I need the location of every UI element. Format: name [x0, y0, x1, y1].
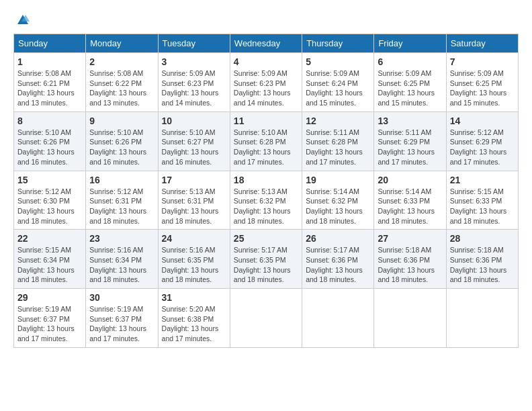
calendar-cell: 29Sunrise: 5:19 AMSunset: 6:37 PMDayligh… — [14, 289, 86, 348]
day-number: 29 — [17, 292, 82, 303]
logo — [13, 13, 30, 27]
calendar-body: 1Sunrise: 5:08 AMSunset: 6:21 PMDaylight… — [14, 53, 519, 348]
day-number: 6 — [378, 56, 442, 67]
day-number: 14 — [450, 116, 515, 126]
calendar-header-row: SundayMondayTuesdayWednesdayThursdayFrid… — [14, 34, 519, 53]
day-info: Sunrise: 5:19 AMSunset: 6:37 PMDaylight:… — [17, 304, 82, 344]
calendar-cell: 24Sunrise: 5:16 AMSunset: 6:35 PMDayligh… — [158, 230, 230, 289]
day-info: Sunrise: 5:13 AMSunset: 6:32 PMDaylight:… — [234, 187, 298, 226]
calendar-cell — [230, 289, 302, 348]
day-info: Sunrise: 5:19 AMSunset: 6:37 PMDaylight:… — [89, 304, 154, 344]
day-number: 25 — [234, 233, 298, 244]
day-number: 10 — [162, 116, 226, 126]
calendar-cell: 30Sunrise: 5:19 AMSunset: 6:37 PMDayligh… — [86, 289, 158, 348]
calendar-cell: 28Sunrise: 5:18 AMSunset: 6:36 PMDayligh… — [446, 230, 518, 289]
day-number: 27 — [378, 233, 442, 244]
day-info: Sunrise: 5:10 AMSunset: 6:26 PMDaylight:… — [89, 128, 154, 167]
calendar-week-row: 1Sunrise: 5:08 AMSunset: 6:21 PMDaylight… — [14, 53, 519, 112]
day-info: Sunrise: 5:15 AMSunset: 6:33 PMDaylight:… — [450, 187, 515, 226]
header — [13, 13, 519, 27]
day-number: 30 — [89, 292, 154, 303]
calendar-cell: 1Sunrise: 5:08 AMSunset: 6:21 PMDaylight… — [14, 53, 86, 112]
day-number: 28 — [450, 233, 515, 244]
calendar-cell — [446, 289, 518, 348]
day-number: 19 — [306, 175, 370, 185]
day-info: Sunrise: 5:18 AMSunset: 6:36 PMDaylight:… — [378, 245, 442, 285]
day-info: Sunrise: 5:11 AMSunset: 6:29 PMDaylight:… — [378, 128, 442, 167]
calendar-cell: 17Sunrise: 5:13 AMSunset: 6:31 PMDayligh… — [158, 171, 230, 230]
calendar-cell: 16Sunrise: 5:12 AMSunset: 6:31 PMDayligh… — [86, 171, 158, 230]
calendar-cell: 5Sunrise: 5:09 AMSunset: 6:24 PMDaylight… — [302, 53, 374, 112]
calendar-cell: 10Sunrise: 5:10 AMSunset: 6:27 PMDayligh… — [158, 111, 230, 171]
day-info: Sunrise: 5:16 AMSunset: 6:34 PMDaylight:… — [89, 245, 154, 285]
day-number: 12 — [306, 116, 370, 126]
calendar-header-sunday: Sunday — [14, 34, 86, 53]
day-info: Sunrise: 5:15 AMSunset: 6:34 PMDaylight:… — [17, 245, 82, 285]
calendar-cell: 19Sunrise: 5:14 AMSunset: 6:32 PMDayligh… — [302, 171, 374, 230]
calendar-cell: 3Sunrise: 5:09 AMSunset: 6:23 PMDaylight… — [158, 53, 230, 112]
day-number: 8 — [17, 116, 82, 126]
calendar-cell: 4Sunrise: 5:09 AMSunset: 6:23 PMDaylight… — [230, 53, 302, 112]
calendar-cell: 18Sunrise: 5:13 AMSunset: 6:32 PMDayligh… — [230, 171, 302, 230]
day-number: 31 — [162, 292, 226, 303]
calendar-cell: 26Sunrise: 5:17 AMSunset: 6:36 PMDayligh… — [302, 230, 374, 289]
day-info: Sunrise: 5:09 AMSunset: 6:24 PMDaylight:… — [306, 68, 370, 108]
day-number: 5 — [306, 56, 370, 67]
calendar-header-thursday: Thursday — [302, 34, 374, 53]
day-number: 23 — [89, 233, 154, 244]
day-info: Sunrise: 5:09 AMSunset: 6:25 PMDaylight:… — [378, 68, 442, 108]
calendar-week-row: 22Sunrise: 5:15 AMSunset: 6:34 PMDayligh… — [14, 230, 519, 289]
calendar-cell — [374, 289, 446, 348]
day-info: Sunrise: 5:12 AMSunset: 6:31 PMDaylight:… — [89, 187, 154, 226]
calendar-header-saturday: Saturday — [446, 34, 518, 53]
day-number: 16 — [89, 175, 154, 185]
calendar-cell: 15Sunrise: 5:12 AMSunset: 6:30 PMDayligh… — [14, 171, 86, 230]
calendar-week-row: 29Sunrise: 5:19 AMSunset: 6:37 PMDayligh… — [14, 289, 519, 348]
calendar-cell: 25Sunrise: 5:17 AMSunset: 6:35 PMDayligh… — [230, 230, 302, 289]
day-number: 2 — [89, 56, 154, 67]
day-info: Sunrise: 5:09 AMSunset: 6:25 PMDaylight:… — [450, 68, 515, 108]
day-info: Sunrise: 5:10 AMSunset: 6:28 PMDaylight:… — [234, 128, 298, 167]
day-number: 26 — [306, 233, 370, 244]
day-number: 24 — [162, 233, 226, 244]
day-info: Sunrise: 5:17 AMSunset: 6:36 PMDaylight:… — [306, 245, 370, 285]
day-info: Sunrise: 5:20 AMSunset: 6:38 PMDaylight:… — [162, 304, 226, 344]
day-info: Sunrise: 5:10 AMSunset: 6:27 PMDaylight:… — [162, 128, 226, 167]
day-number: 20 — [378, 175, 442, 185]
day-number: 17 — [162, 175, 226, 185]
calendar-cell: 9Sunrise: 5:10 AMSunset: 6:26 PMDaylight… — [86, 111, 158, 171]
day-info: Sunrise: 5:12 AMSunset: 6:29 PMDaylight:… — [450, 128, 515, 167]
day-info: Sunrise: 5:10 AMSunset: 6:26 PMDaylight:… — [17, 128, 82, 167]
day-number: 3 — [162, 56, 226, 67]
day-number: 7 — [450, 56, 515, 67]
calendar-cell: 21Sunrise: 5:15 AMSunset: 6:33 PMDayligh… — [446, 171, 518, 230]
calendar-cell: 12Sunrise: 5:11 AMSunset: 6:28 PMDayligh… — [302, 111, 374, 171]
day-number: 9 — [89, 116, 154, 126]
calendar-cell: 2Sunrise: 5:08 AMSunset: 6:22 PMDaylight… — [86, 53, 158, 112]
day-info: Sunrise: 5:12 AMSunset: 6:30 PMDaylight:… — [17, 187, 82, 226]
calendar-cell: 23Sunrise: 5:16 AMSunset: 6:34 PMDayligh… — [86, 230, 158, 289]
day-info: Sunrise: 5:09 AMSunset: 6:23 PMDaylight:… — [162, 68, 226, 108]
calendar-header-monday: Monday — [86, 34, 158, 53]
day-number: 4 — [234, 56, 298, 67]
day-info: Sunrise: 5:18 AMSunset: 6:36 PMDaylight:… — [450, 245, 515, 285]
calendar-cell: 6Sunrise: 5:09 AMSunset: 6:25 PMDaylight… — [374, 53, 446, 112]
day-number: 21 — [450, 175, 515, 185]
calendar-header-friday: Friday — [374, 34, 446, 53]
calendar-header-tuesday: Tuesday — [158, 34, 230, 53]
day-info: Sunrise: 5:08 AMSunset: 6:22 PMDaylight:… — [89, 68, 154, 108]
calendar-cell: 20Sunrise: 5:14 AMSunset: 6:33 PMDayligh… — [374, 171, 446, 230]
day-info: Sunrise: 5:14 AMSunset: 6:32 PMDaylight:… — [306, 187, 370, 226]
day-info: Sunrise: 5:13 AMSunset: 6:31 PMDaylight:… — [162, 187, 226, 226]
calendar-week-row: 8Sunrise: 5:10 AMSunset: 6:26 PMDaylight… — [14, 111, 519, 171]
calendar-cell: 22Sunrise: 5:15 AMSunset: 6:34 PMDayligh… — [14, 230, 86, 289]
day-info: Sunrise: 5:11 AMSunset: 6:28 PMDaylight:… — [306, 128, 370, 167]
day-info: Sunrise: 5:08 AMSunset: 6:21 PMDaylight:… — [17, 68, 82, 108]
calendar-week-row: 15Sunrise: 5:12 AMSunset: 6:30 PMDayligh… — [14, 171, 519, 230]
calendar-cell: 27Sunrise: 5:18 AMSunset: 6:36 PMDayligh… — [374, 230, 446, 289]
day-number: 11 — [234, 116, 298, 126]
calendar-cell: 8Sunrise: 5:10 AMSunset: 6:26 PMDaylight… — [14, 111, 86, 171]
calendar-header-wednesday: Wednesday — [230, 34, 302, 53]
calendar-cell: 31Sunrise: 5:20 AMSunset: 6:38 PMDayligh… — [158, 289, 230, 348]
calendar-cell: 13Sunrise: 5:11 AMSunset: 6:29 PMDayligh… — [374, 111, 446, 171]
